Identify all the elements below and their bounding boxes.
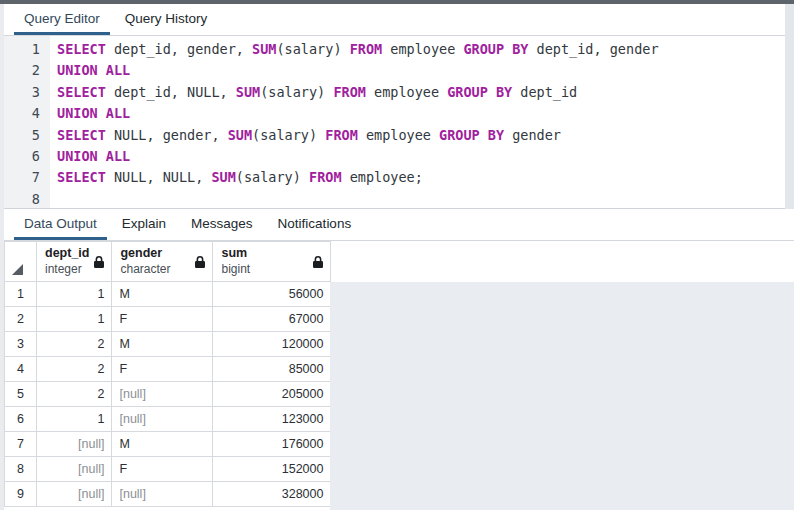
tab-notifications[interactable]: Notifications	[268, 209, 362, 240]
column-name: sum	[221, 246, 308, 262]
tab-data-output[interactable]: Data Output	[14, 209, 107, 240]
sql-keyword: SUM	[236, 84, 260, 100]
cell-gender[interactable]: M	[112, 432, 213, 457]
cell-gender[interactable]: M	[112, 282, 213, 307]
cell-sum[interactable]: 328000	[213, 482, 331, 507]
tab-query-editor[interactable]: Query Editor	[14, 4, 110, 35]
null-value: [null]	[78, 437, 104, 451]
cell-dept-id[interactable]: 2	[37, 357, 112, 382]
tab-query-history[interactable]: Query History	[115, 4, 218, 35]
cell-dept-id[interactable]: 2	[37, 382, 112, 407]
line-number: 1	[4, 39, 50, 60]
table-row: 42F85000	[5, 357, 331, 382]
sql-line[interactable]: SELECT NULL, gender, SUM(salary) FROM em…	[57, 125, 784, 146]
cell-dept-id[interactable]: [null]	[37, 457, 112, 482]
column-type: character	[120, 262, 190, 277]
cell-value: 120000	[282, 337, 324, 351]
cell-value: 56000	[289, 287, 324, 301]
sql-keyword: GROUP BY	[447, 84, 512, 100]
sql-keyword: FROM	[333, 84, 366, 100]
tab-messages[interactable]: Messages	[181, 209, 263, 240]
sql-line[interactable]: UNION ALL	[57, 60, 784, 81]
null-value: [null]	[119, 412, 145, 426]
cell-value: 1	[98, 412, 105, 426]
cell-dept-id[interactable]: [null]	[37, 432, 112, 457]
cell-value: 2	[98, 362, 105, 376]
sql-text: employee	[382, 41, 463, 57]
editor-scrollbar-track[interactable]	[785, 4, 794, 209]
tab-label: Data Output	[24, 216, 97, 231]
row-number[interactable]: 5	[5, 382, 37, 407]
data-output-panel: dept_idintegergendercharactersumbigint11…	[4, 241, 794, 510]
cell-gender[interactable]: [null]	[112, 482, 213, 507]
row-number[interactable]: 7	[5, 432, 37, 457]
cell-value: 176000	[282, 437, 324, 451]
sql-text: dept_id, NULL,	[106, 84, 236, 100]
cell-gender[interactable]: [null]	[112, 407, 213, 432]
cell-sum[interactable]: 120000	[213, 332, 331, 357]
cell-sum[interactable]: 152000	[213, 457, 331, 482]
cell-dept-id[interactable]: 2	[37, 332, 112, 357]
row-number[interactable]: 6	[5, 407, 37, 432]
tab-explain[interactable]: Explain	[112, 209, 176, 240]
pgadmin-query-tool: { "top": { "tabs": [ { "label": "Query E…	[0, 0, 794, 510]
cell-gender[interactable]: F	[112, 307, 213, 332]
sql-keyword: SUM	[211, 169, 235, 185]
output-tabbar: Data OutputExplainMessagesNotifications	[4, 209, 794, 241]
cell-dept-id[interactable]: 1	[37, 407, 112, 432]
cell-sum[interactable]: 123000	[213, 407, 331, 432]
tab-label: Messages	[191, 216, 253, 231]
sql-keyword: SELECT	[57, 41, 106, 57]
column-header-sum[interactable]: sumbigint	[213, 242, 331, 282]
row-number[interactable]: 9	[5, 482, 37, 507]
cell-sum[interactable]: 205000	[213, 382, 331, 407]
sql-line[interactable]: UNION ALL	[57, 146, 784, 167]
cell-value: F	[119, 362, 127, 376]
column-header-dept-id[interactable]: dept_idinteger	[37, 242, 112, 282]
row-number[interactable]: 2	[5, 307, 37, 332]
cell-dept-id[interactable]: [null]	[37, 482, 112, 507]
cell-gender[interactable]: M	[112, 332, 213, 357]
cell-sum[interactable]: 56000	[213, 282, 331, 307]
tab-label: Explain	[122, 216, 166, 231]
cell-value: 2	[98, 337, 105, 351]
table-row: 7[null]M176000	[5, 432, 331, 457]
line-number: 4	[4, 103, 50, 124]
row-number[interactable]: 4	[5, 357, 37, 382]
sql-keyword: FROM	[350, 41, 383, 57]
cell-value: 328000	[282, 487, 324, 501]
sql-text: (salary)	[236, 169, 309, 185]
cell-gender[interactable]: [null]	[112, 382, 213, 407]
sql-line[interactable]: UNION ALL	[57, 103, 784, 124]
sql-line[interactable]: SELECT dept_id, gender, SUM(salary) FROM…	[57, 39, 784, 60]
cell-dept-id[interactable]: 1	[37, 307, 112, 332]
sql-line[interactable]	[57, 189, 784, 210]
sql-editor[interactable]: 12345678 SELECT dept_id, gender, SUM(sal…	[4, 36, 794, 209]
cell-gender[interactable]: F	[112, 357, 213, 382]
row-number[interactable]: 3	[5, 332, 37, 357]
cell-dept-id[interactable]: 1	[37, 282, 112, 307]
row-number[interactable]: 1	[5, 282, 37, 307]
table-row: 8[null]F152000	[5, 457, 331, 482]
cell-value: M	[119, 287, 129, 301]
column-header-gender[interactable]: gendercharacter	[112, 242, 213, 282]
sql-line[interactable]: SELECT dept_id, NULL, SUM(salary) FROM e…	[57, 82, 784, 103]
sql-keyword: SELECT	[57, 84, 106, 100]
line-number: 7	[4, 167, 50, 188]
cell-sum[interactable]: 85000	[213, 357, 331, 382]
select-all-corner[interactable]	[5, 242, 37, 282]
sql-keyword: FROM	[309, 169, 342, 185]
cell-value: 85000	[289, 362, 324, 376]
line-number-gutter: 12345678	[4, 36, 50, 208]
lock-icon	[194, 255, 206, 269]
cell-gender[interactable]: F	[112, 457, 213, 482]
cell-sum[interactable]: 176000	[213, 432, 331, 457]
cell-value: 1	[98, 312, 105, 326]
cell-sum[interactable]: 67000	[213, 307, 331, 332]
table-row: 21F67000	[5, 307, 331, 332]
sql-line[interactable]: SELECT NULL, NULL, SUM(salary) FROM empl…	[57, 167, 784, 188]
cell-value: 152000	[282, 462, 324, 476]
row-number[interactable]: 8	[5, 457, 37, 482]
null-value: [null]	[119, 387, 145, 401]
tab-label: Query History	[125, 11, 208, 26]
